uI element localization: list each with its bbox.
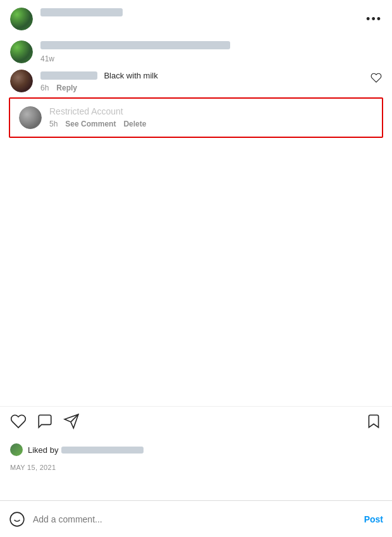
restricted-meta: 5h See Comment Delete xyxy=(49,120,146,128)
comment-item-3: Black with milk 6h Reply xyxy=(0,63,392,92)
comment-content-3: Black with milk 6h Reply xyxy=(40,70,382,92)
comment-meta-3: 6h Reply xyxy=(40,83,382,92)
liked-avatar xyxy=(10,443,23,456)
liked-text: Liked by xyxy=(28,445,144,455)
delete-action[interactable]: Delete xyxy=(123,120,146,128)
svg-point-2 xyxy=(10,512,24,526)
heart-icon[interactable] xyxy=(371,72,382,83)
comment-item-1: ••• xyxy=(0,0,392,38)
like-button[interactable] xyxy=(10,413,27,429)
comment-item-2: 41w xyxy=(0,38,392,63)
avatar-1 xyxy=(10,8,33,30)
username-blur-1 xyxy=(40,8,123,16)
emoji-icon[interactable] xyxy=(9,511,25,528)
liked-name-blur xyxy=(61,447,144,454)
see-comment-action[interactable]: See Comment xyxy=(65,120,116,128)
comment-reply-3[interactable]: Reply xyxy=(56,83,77,92)
restricted-avatar xyxy=(19,106,42,129)
left-actions xyxy=(10,413,80,429)
share-button[interactable] xyxy=(63,413,80,429)
comment-meta-2: 41w xyxy=(40,54,382,63)
restricted-content: Restricted Account 5h See Comment Delete xyxy=(49,106,146,128)
comment-content-1 xyxy=(40,8,382,19)
liked-by-section: Liked by xyxy=(10,443,382,456)
comment-button[interactable] xyxy=(37,413,53,429)
post-date: MAY 15, 2021 xyxy=(10,464,56,471)
avatar-2 xyxy=(10,40,33,63)
restricted-account-box: Restricted Account 5h See Comment Delete xyxy=(9,97,383,138)
add-comment-input[interactable] xyxy=(33,514,357,524)
username-blur-2 xyxy=(40,41,230,49)
spacer xyxy=(0,143,392,269)
bookmark-button[interactable] xyxy=(365,413,382,429)
username-blur-3 xyxy=(40,71,97,80)
comment-text-3: Black with milk xyxy=(104,71,157,80)
action-bar xyxy=(0,406,392,436)
post-button[interactable]: Post xyxy=(364,514,383,524)
more-options-icon[interactable]: ••• xyxy=(366,13,382,26)
add-comment-bar: Post xyxy=(0,500,392,537)
restricted-account-name: Restricted Account xyxy=(49,106,146,116)
restricted-time: 5h xyxy=(49,120,58,128)
comment-time-3: 6h xyxy=(40,83,49,92)
comment-time-2: 41w xyxy=(40,54,54,63)
comment-content-2: 41w xyxy=(40,40,382,63)
avatar-3 xyxy=(10,70,33,92)
liked-by-label: Liked by xyxy=(28,445,58,455)
